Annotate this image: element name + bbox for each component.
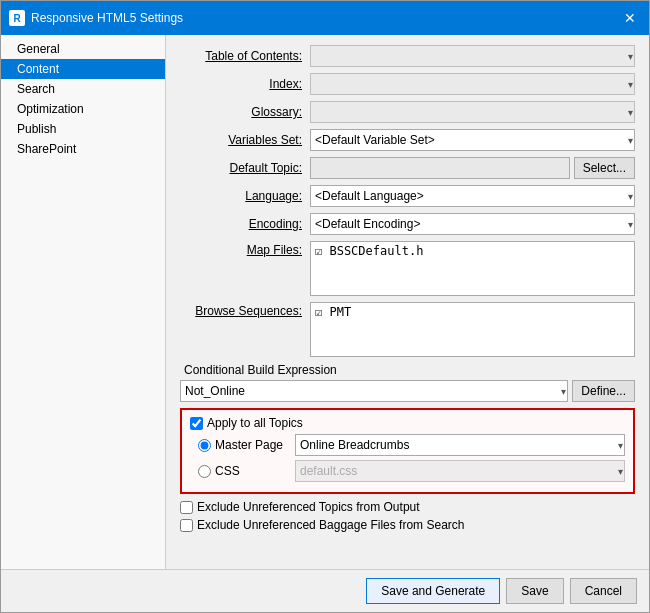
exclude-baggage-row: Exclude Unreferenced Baggage Files from … bbox=[180, 518, 635, 532]
apply-all-checkbox[interactable] bbox=[190, 417, 203, 430]
css-select[interactable]: default.css bbox=[295, 460, 625, 482]
select-button[interactable]: Select... bbox=[574, 157, 635, 179]
cbe-row: Not_Online ▾ Define... bbox=[180, 380, 635, 402]
master-page-label: Master Page bbox=[215, 438, 295, 452]
close-button[interactable]: ✕ bbox=[619, 7, 641, 29]
encoding-select-wrapper: <Default Encoding> ▾ bbox=[310, 213, 635, 235]
index-select-wrapper: ▾ bbox=[310, 73, 635, 95]
sidebar-item-optimization[interactable]: Optimization bbox=[1, 99, 165, 119]
highlighted-box: Apply to all Topics Master Page Online B… bbox=[180, 408, 635, 494]
map-files-label: Map Files: bbox=[180, 241, 310, 257]
toc-select-wrapper: ▾ bbox=[310, 45, 635, 67]
language-label: Language: bbox=[180, 189, 310, 203]
index-label: Index: bbox=[180, 77, 310, 91]
glossary-row: Glossary: ▾ bbox=[180, 101, 635, 123]
index-row: Index: ▾ bbox=[180, 73, 635, 95]
encoding-select[interactable]: <Default Encoding> bbox=[310, 213, 635, 235]
sidebar: General Content Search Optimization Publ… bbox=[1, 35, 166, 569]
exclude-topics-checkbox[interactable] bbox=[180, 501, 193, 514]
browse-seq-row: Browse Sequences: ☑ PMT bbox=[180, 302, 635, 357]
glossary-select-wrapper: ▾ bbox=[310, 101, 635, 123]
master-page-row: Master Page Online Breadcrumbs ▾ bbox=[190, 434, 625, 456]
sidebar-item-sharepoint[interactable]: SharePoint bbox=[1, 139, 165, 159]
map-files-textarea[interactable]: ☑ BSSCDefault.h bbox=[310, 241, 635, 296]
title-bar: R Responsive HTML5 Settings ✕ bbox=[1, 1, 649, 35]
main-content: General Content Search Optimization Publ… bbox=[1, 35, 649, 569]
content-area: Table of Contents: ▾ Index: ▾ bbox=[166, 35, 649, 569]
default-topic-row: Default Topic: Select... bbox=[180, 157, 635, 179]
exclude-baggage-label: Exclude Unreferenced Baggage Files from … bbox=[197, 518, 464, 532]
sidebar-item-publish[interactable]: Publish bbox=[1, 119, 165, 139]
toc-select[interactable] bbox=[310, 45, 635, 67]
default-topic-label: Default Topic: bbox=[180, 161, 310, 175]
variables-label: Variables Set: bbox=[180, 133, 310, 147]
apply-all-label: Apply to all Topics bbox=[207, 416, 303, 430]
encoding-label: Encoding: bbox=[180, 217, 310, 231]
cancel-button[interactable]: Cancel bbox=[570, 578, 637, 604]
cbe-section: Conditional Build Expression Not_Online … bbox=[180, 363, 635, 402]
app-icon: R bbox=[9, 10, 25, 26]
define-button[interactable]: Define... bbox=[572, 380, 635, 402]
css-select-wrapper: default.css ▾ bbox=[295, 460, 625, 482]
glossary-label: Glossary: bbox=[180, 105, 310, 119]
variables-row: Variables Set: <Default Variable Set> ▾ bbox=[180, 129, 635, 151]
toc-label: Table of Contents: bbox=[180, 49, 310, 63]
apply-all-row: Apply to all Topics bbox=[190, 416, 625, 430]
css-row: CSS default.css ▾ bbox=[190, 460, 625, 482]
master-page-radio[interactable] bbox=[198, 439, 211, 452]
window-title: Responsive HTML5 Settings bbox=[31, 11, 183, 25]
save-generate-button[interactable]: Save and Generate bbox=[366, 578, 500, 604]
sidebar-item-general[interactable]: General bbox=[1, 39, 165, 59]
exclude-topics-label: Exclude Unreferenced Topics from Output bbox=[197, 500, 420, 514]
css-label: CSS bbox=[215, 464, 295, 478]
master-page-select[interactable]: Online Breadcrumbs bbox=[295, 434, 625, 456]
language-select[interactable]: <Default Language> bbox=[310, 185, 635, 207]
exclude-topics-row: Exclude Unreferenced Topics from Output bbox=[180, 500, 635, 514]
save-button[interactable]: Save bbox=[506, 578, 563, 604]
variables-select-wrapper: <Default Variable Set> ▾ bbox=[310, 129, 635, 151]
title-bar-left: R Responsive HTML5 Settings bbox=[9, 10, 183, 26]
language-row: Language: <Default Language> ▾ bbox=[180, 185, 635, 207]
browse-seq-label: Browse Sequences: bbox=[180, 302, 310, 318]
cbe-label: Conditional Build Expression bbox=[180, 363, 635, 377]
cbe-select-wrapper: Not_Online ▾ bbox=[180, 380, 568, 402]
cbe-select[interactable]: Not_Online bbox=[180, 380, 568, 402]
sidebar-item-search[interactable]: Search bbox=[1, 79, 165, 99]
glossary-select[interactable] bbox=[310, 101, 635, 123]
variables-select[interactable]: <Default Variable Set> bbox=[310, 129, 635, 151]
encoding-row: Encoding: <Default Encoding> ▾ bbox=[180, 213, 635, 235]
title-controls: ✕ bbox=[619, 7, 641, 29]
index-select[interactable] bbox=[310, 73, 635, 95]
toc-row: Table of Contents: ▾ bbox=[180, 45, 635, 67]
language-select-wrapper: <Default Language> ▾ bbox=[310, 185, 635, 207]
map-files-row: Map Files: ☑ BSSCDefault.h bbox=[180, 241, 635, 296]
browse-seq-textarea[interactable]: ☑ PMT bbox=[310, 302, 635, 357]
master-page-select-wrapper: Online Breadcrumbs ▾ bbox=[295, 434, 625, 456]
exclude-baggage-checkbox[interactable] bbox=[180, 519, 193, 532]
footer: Save and Generate Save Cancel bbox=[1, 569, 649, 612]
css-radio[interactable] bbox=[198, 465, 211, 478]
sidebar-item-content[interactable]: Content bbox=[1, 59, 165, 79]
main-window: R Responsive HTML5 Settings ✕ General Co… bbox=[0, 0, 650, 613]
default-topic-input[interactable] bbox=[310, 157, 570, 179]
